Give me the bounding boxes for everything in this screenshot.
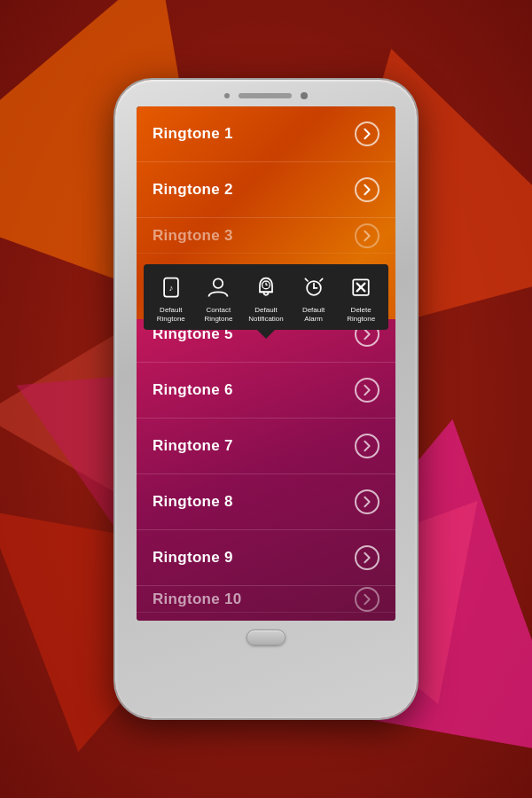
ringtone-6-label: Ringtone 6 — [153, 381, 233, 399]
svg-point-2 — [214, 278, 223, 288]
ringtone-item-10[interactable]: Ringtone 10 — [137, 586, 395, 613]
alarm-icon — [300, 273, 328, 301]
home-button[interactable] — [246, 630, 286, 645]
ringtone-item-7[interactable]: Ringtone 7 — [137, 419, 395, 474]
context-menu: ♪ Default Ringtone Contact Ringtone — [144, 264, 388, 330]
ringtone-10-chevron[interactable] — [355, 587, 379, 612]
ringtone-item-6[interactable]: Ringtone 6 — [137, 363, 395, 419]
svg-line-10 — [305, 278, 308, 281]
default-ringtone-label: Default Ringtone — [151, 306, 192, 323]
ringtone-list: Ringtone 1 Ringtone 2 — [137, 106, 395, 613]
ringtone-6-chevron[interactable] — [355, 378, 379, 403]
phone-music-icon: ♪ — [157, 273, 185, 301]
ringtone-1-chevron[interactable] — [355, 121, 379, 146]
default-notification-label: Default Notification — [246, 306, 286, 323]
phone-screen: Ringtone 1 Ringtone 2 — [137, 106, 395, 621]
contact-icon — [204, 273, 232, 301]
ringtone-8-chevron[interactable] — [355, 489, 379, 514]
ringtone-10-label: Ringtone 10 — [153, 591, 242, 608]
ringtone-2-label: Ringtone 2 — [153, 181, 233, 199]
ringtone-item-1[interactable]: Ringtone 1 — [137, 106, 395, 162]
phone-speaker — [239, 93, 292, 98]
ringtone-3-chevron[interactable] — [355, 223, 379, 248]
ringtone-9-chevron[interactable] — [355, 545, 379, 570]
context-default-alarm[interactable]: Default Alarm — [290, 273, 338, 323]
phone-sensor — [224, 93, 230, 98]
svg-line-11 — [320, 278, 323, 281]
ringtone-item-2[interactable]: Ringtone 2 — [137, 162, 395, 218]
context-contact-ringtone[interactable]: Contact Ringtone — [195, 273, 243, 323]
context-delete-ringtone[interactable]: Delete Ringtone — [337, 273, 385, 323]
phone-bottom-bar — [246, 630, 286, 645]
ringtone-item-3[interactable]: Ringtone 3 — [137, 218, 395, 254]
ringtone-3-label: Ringtone 3 — [153, 227, 233, 245]
x-delete-icon — [347, 273, 375, 301]
ringtone-9-label: Ringtone 9 — [153, 549, 233, 567]
ringtone-8-label: Ringtone 8 — [153, 493, 233, 511]
phone-body: Ringtone 1 Ringtone 2 — [115, 80, 417, 718]
default-alarm-label: Default Alarm — [293, 306, 334, 323]
ringtone-item-9[interactable]: Ringtone 9 — [137, 530, 395, 586]
ringtone-7-chevron[interactable] — [355, 434, 379, 458]
bell-icon — [252, 273, 280, 301]
ringtone-2-chevron[interactable] — [355, 177, 379, 202]
phone-top-bar — [126, 92, 406, 99]
svg-text:♪: ♪ — [168, 283, 173, 293]
ringtone-1-label: Ringtone 1 — [153, 125, 233, 143]
context-default-ringtone[interactable]: ♪ Default Ringtone — [147, 273, 195, 323]
delete-ringtone-label: Delete Ringtone — [340, 306, 381, 323]
ringtone-7-label: Ringtone 7 — [153, 437, 233, 455]
ringtone-item-8[interactable]: Ringtone 8 — [137, 474, 395, 530]
contact-ringtone-label: Contact Ringtone — [199, 306, 239, 323]
context-default-notification[interactable]: Default Notification — [242, 273, 290, 323]
phone-camera — [301, 92, 308, 99]
phone: Ringtone 1 Ringtone 2 — [115, 80, 417, 718]
